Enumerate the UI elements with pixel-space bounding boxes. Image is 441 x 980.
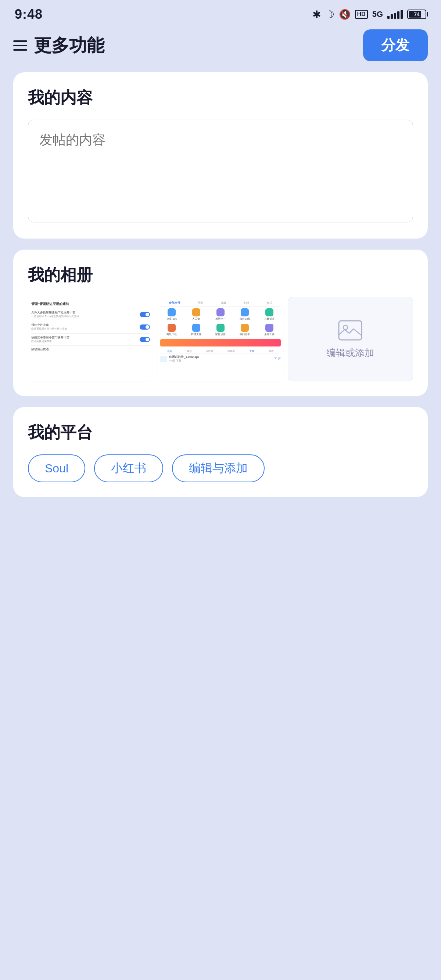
- 5g-icon: 5G: [372, 10, 383, 19]
- status-time: 9:48: [15, 6, 43, 22]
- bluetooth-icon: ✱: [312, 8, 321, 21]
- album-item-2[interactable]: 全部文件 图片 视频 文档 音乐 分享仅此: [158, 297, 283, 381]
- status-bar: 9:48 ✱ ☽ 🔇 HD 5G 74: [0, 0, 441, 26]
- album-item-1[interactable]: 管理"管理贴边应用的通知 允许大多数应用通知下拉展开小窗一些通过Mi Push推…: [28, 297, 153, 381]
- page-title: 更多功能: [34, 34, 104, 57]
- signal-bars: [387, 10, 403, 19]
- album-edit-add[interactable]: 编辑或添加: [288, 297, 413, 381]
- my-album-title: 我的相册: [28, 264, 413, 286]
- battery-indicator: 74: [407, 10, 426, 19]
- publish-button[interactable]: 分发: [363, 29, 428, 61]
- platform-tag-xiaohongshu[interactable]: 小红书: [94, 454, 163, 482]
- album-grid: 管理"管理贴边应用的通知 允许大多数应用通知下拉展开小窗一些通过Mi Push推…: [28, 297, 413, 381]
- svg-point-1: [343, 325, 348, 329]
- image-placeholder-icon: [337, 319, 363, 341]
- mute-icon: 🔇: [339, 9, 351, 20]
- edit-add-label: 编辑或添加: [326, 347, 374, 360]
- header-left: 更多功能: [13, 34, 104, 57]
- my-platform-title: 我的平台: [28, 422, 413, 443]
- platform-tag-edit-add[interactable]: 编辑与添加: [172, 454, 265, 482]
- content-textarea[interactable]: [28, 120, 413, 223]
- my-platform-card: 我的平台 Soul 小红书 编辑与添加: [13, 407, 428, 497]
- main-content: 我的内容 我的相册 管理"管理贴边应用的通知 允许大多数应用通知下拉展开小窗一些…: [0, 68, 441, 732]
- menu-button[interactable]: [13, 40, 27, 51]
- platform-tags: Soul 小红书 编辑与添加: [28, 454, 413, 482]
- app-header: 更多功能 分发: [0, 26, 441, 68]
- status-icons: ✱ ☽ 🔇 HD 5G 74: [312, 8, 426, 21]
- my-content-title: 我的内容: [28, 87, 413, 109]
- my-album-card: 我的相册 管理"管理贴边应用的通知 允许大多数应用通知下拉展开小窗一些通过Mi …: [13, 250, 428, 396]
- platform-tag-soul[interactable]: Soul: [28, 454, 85, 482]
- bottom-empty-area: [13, 508, 428, 728]
- moon-icon: ☽: [325, 8, 334, 21]
- hd-badge: HD: [355, 10, 368, 19]
- svg-rect-0: [339, 321, 362, 340]
- my-content-card: 我的内容: [13, 72, 428, 239]
